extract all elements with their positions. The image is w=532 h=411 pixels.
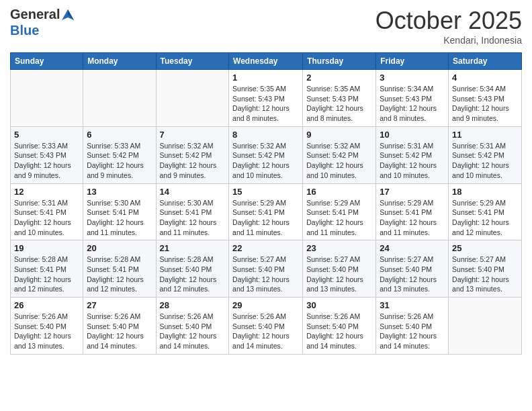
day-info: Sunrise: 5:32 AMSunset: 5:42 PMDaylight:… <box>160 141 226 181</box>
day-info: Sunrise: 5:27 AMSunset: 5:40 PMDaylight:… <box>232 255 299 294</box>
day-number: 1 <box>232 73 299 83</box>
day-info: Sunrise: 5:29 AMSunset: 5:41 PMDaylight:… <box>380 198 445 238</box>
day-info: Sunrise: 5:29 AMSunset: 5:41 PMDaylight:… <box>232 198 299 238</box>
logo-icon <box>60 8 75 23</box>
day-cell: 8Sunrise: 5:32 AMSunset: 5:42 PMDaylight… <box>229 126 303 183</box>
day-number: 17 <box>380 187 445 197</box>
day-info: Sunrise: 5:28 AMSunset: 5:41 PMDaylight:… <box>14 255 79 294</box>
day-number: 30 <box>306 300 372 310</box>
day-number: 8 <box>232 130 299 140</box>
month-title: October 2025 <box>375 7 522 35</box>
day-info: Sunrise: 5:29 AMSunset: 5:41 PMDaylight:… <box>452 198 518 238</box>
weekday-wednesday: Wednesday <box>229 53 303 70</box>
weekday-sunday: Sunday <box>11 53 83 70</box>
week-row-5: 26Sunrise: 5:26 AMSunset: 5:40 PMDayligh… <box>11 298 522 355</box>
day-number: 14 <box>160 187 226 197</box>
logo: GeneralBlue <box>10 7 76 38</box>
day-number: 6 <box>87 130 152 140</box>
day-number: 13 <box>87 187 152 197</box>
day-cell: 30Sunrise: 5:26 AMSunset: 5:40 PMDayligh… <box>303 298 376 355</box>
day-info: Sunrise: 5:26 AMSunset: 5:40 PMDaylight:… <box>232 312 299 351</box>
day-info: Sunrise: 5:33 AMSunset: 5:43 PMDaylight:… <box>14 141 79 181</box>
day-cell: 4Sunrise: 5:34 AMSunset: 5:43 PMDaylight… <box>449 70 522 127</box>
day-info: Sunrise: 5:35 AMSunset: 5:43 PMDaylight:… <box>306 84 372 124</box>
day-cell: 20Sunrise: 5:28 AMSunset: 5:41 PMDayligh… <box>83 240 156 298</box>
page: GeneralBlue October 2025 Kendari, Indone… <box>0 0 532 411</box>
day-info: Sunrise: 5:32 AMSunset: 5:42 PMDaylight:… <box>306 141 372 181</box>
day-cell: 15Sunrise: 5:29 AMSunset: 5:41 PMDayligh… <box>229 183 303 240</box>
day-cell: 14Sunrise: 5:30 AMSunset: 5:41 PMDayligh… <box>156 183 229 240</box>
day-number: 3 <box>380 73 445 83</box>
weekday-header-row: SundayMondayTuesdayWednesdayThursdayFrid… <box>11 53 522 70</box>
day-cell: 12Sunrise: 5:31 AMSunset: 5:41 PMDayligh… <box>11 183 83 240</box>
day-info: Sunrise: 5:26 AMSunset: 5:40 PMDaylight:… <box>160 312 226 351</box>
day-cell: 10Sunrise: 5:31 AMSunset: 5:42 PMDayligh… <box>376 126 449 183</box>
day-cell: 22Sunrise: 5:27 AMSunset: 5:40 PMDayligh… <box>229 240 303 298</box>
day-number: 23 <box>306 243 372 253</box>
day-number: 18 <box>452 187 518 197</box>
day-cell: 11Sunrise: 5:31 AMSunset: 5:42 PMDayligh… <box>449 126 522 183</box>
day-info: Sunrise: 5:34 AMSunset: 5:43 PMDaylight:… <box>452 84 518 124</box>
day-cell: 17Sunrise: 5:29 AMSunset: 5:41 PMDayligh… <box>376 183 449 240</box>
day-cell: 26Sunrise: 5:26 AMSunset: 5:40 PMDayligh… <box>11 298 83 355</box>
day-info: Sunrise: 5:26 AMSunset: 5:40 PMDaylight:… <box>306 312 372 351</box>
day-info: Sunrise: 5:31 AMSunset: 5:41 PMDaylight:… <box>14 198 79 238</box>
day-number: 16 <box>306 187 372 197</box>
day-info: Sunrise: 5:28 AMSunset: 5:41 PMDaylight:… <box>87 255 152 294</box>
week-row-2: 5Sunrise: 5:33 AMSunset: 5:43 PMDaylight… <box>11 126 522 183</box>
week-row-1: 1Sunrise: 5:35 AMSunset: 5:43 PMDaylight… <box>11 70 522 127</box>
day-number: 21 <box>160 243 226 253</box>
day-info: Sunrise: 5:31 AMSunset: 5:42 PMDaylight:… <box>452 141 518 181</box>
day-cell: 5Sunrise: 5:33 AMSunset: 5:43 PMDaylight… <box>11 126 83 183</box>
day-number: 2 <box>306 73 372 83</box>
day-info: Sunrise: 5:30 AMSunset: 5:41 PMDaylight:… <box>87 198 152 238</box>
weekday-monday: Monday <box>83 53 156 70</box>
day-number: 26 <box>14 300 79 310</box>
day-cell: 2Sunrise: 5:35 AMSunset: 5:43 PMDaylight… <box>303 70 376 127</box>
day-number: 22 <box>232 243 299 253</box>
day-cell: 9Sunrise: 5:32 AMSunset: 5:42 PMDaylight… <box>303 126 376 183</box>
day-number: 31 <box>380 300 445 310</box>
day-info: Sunrise: 5:26 AMSunset: 5:40 PMDaylight:… <box>87 312 152 351</box>
day-info: Sunrise: 5:26 AMSunset: 5:40 PMDaylight:… <box>380 312 445 351</box>
day-cell: 24Sunrise: 5:27 AMSunset: 5:40 PMDayligh… <box>376 240 449 298</box>
day-number: 27 <box>87 300 152 310</box>
day-cell: 29Sunrise: 5:26 AMSunset: 5:40 PMDayligh… <box>229 298 303 355</box>
day-cell: 16Sunrise: 5:29 AMSunset: 5:41 PMDayligh… <box>303 183 376 240</box>
day-info: Sunrise: 5:35 AMSunset: 5:43 PMDaylight:… <box>232 84 299 124</box>
logo-general: General <box>10 7 60 21</box>
day-cell <box>449 298 522 355</box>
day-cell: 28Sunrise: 5:26 AMSunset: 5:40 PMDayligh… <box>156 298 229 355</box>
day-number: 4 <box>452 73 518 83</box>
day-number: 29 <box>232 300 299 310</box>
day-cell: 19Sunrise: 5:28 AMSunset: 5:41 PMDayligh… <box>11 240 83 298</box>
calendar: SundayMondayTuesdayWednesdayThursdayFrid… <box>10 52 522 355</box>
day-info: Sunrise: 5:34 AMSunset: 5:43 PMDaylight:… <box>380 84 445 124</box>
day-info: Sunrise: 5:32 AMSunset: 5:42 PMDaylight:… <box>232 141 299 181</box>
day-number: 28 <box>160 300 226 310</box>
location: Kendari, Indonesia <box>375 35 522 46</box>
day-cell: 7Sunrise: 5:32 AMSunset: 5:42 PMDaylight… <box>156 126 229 183</box>
day-cell: 18Sunrise: 5:29 AMSunset: 5:41 PMDayligh… <box>449 183 522 240</box>
weekday-friday: Friday <box>376 53 449 70</box>
day-cell: 1Sunrise: 5:35 AMSunset: 5:43 PMDaylight… <box>229 70 303 127</box>
weekday-tuesday: Tuesday <box>156 53 229 70</box>
day-cell: 3Sunrise: 5:34 AMSunset: 5:43 PMDaylight… <box>376 70 449 127</box>
day-info: Sunrise: 5:26 AMSunset: 5:40 PMDaylight:… <box>14 312 79 351</box>
day-cell: 21Sunrise: 5:28 AMSunset: 5:40 PMDayligh… <box>156 240 229 298</box>
day-number: 24 <box>380 243 445 253</box>
week-row-3: 12Sunrise: 5:31 AMSunset: 5:41 PMDayligh… <box>11 183 522 240</box>
day-info: Sunrise: 5:27 AMSunset: 5:40 PMDaylight:… <box>380 255 445 294</box>
day-number: 12 <box>14 187 79 197</box>
day-info: Sunrise: 5:29 AMSunset: 5:41 PMDaylight:… <box>306 198 372 238</box>
week-row-4: 19Sunrise: 5:28 AMSunset: 5:41 PMDayligh… <box>11 240 522 298</box>
day-number: 5 <box>14 130 79 140</box>
day-info: Sunrise: 5:31 AMSunset: 5:42 PMDaylight:… <box>380 141 445 181</box>
day-cell: 31Sunrise: 5:26 AMSunset: 5:40 PMDayligh… <box>376 298 449 355</box>
weekday-saturday: Saturday <box>449 53 522 70</box>
day-info: Sunrise: 5:30 AMSunset: 5:41 PMDaylight:… <box>160 198 226 238</box>
day-number: 11 <box>452 130 518 140</box>
day-cell: 6Sunrise: 5:33 AMSunset: 5:42 PMDaylight… <box>83 126 156 183</box>
day-number: 9 <box>306 130 372 140</box>
day-cell: 25Sunrise: 5:27 AMSunset: 5:40 PMDayligh… <box>449 240 522 298</box>
